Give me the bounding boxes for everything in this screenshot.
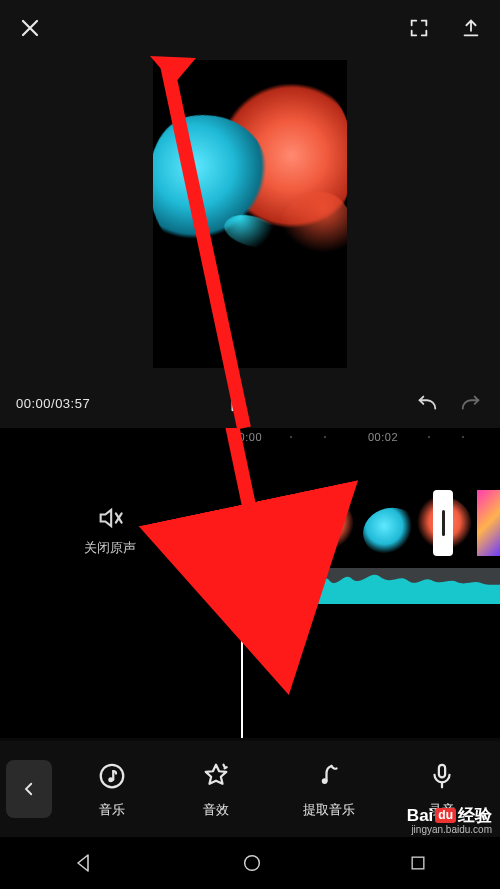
svg-point-4 bbox=[101, 765, 124, 788]
time-display: 00:00/03:57 bbox=[16, 396, 90, 411]
action-record[interactable]: 录音 bbox=[425, 759, 459, 819]
ruler-tick: 00:02 bbox=[368, 431, 398, 443]
ruler-tick: 00:00 bbox=[232, 431, 262, 443]
ruler-dot bbox=[290, 436, 292, 438]
svg-point-6 bbox=[322, 778, 328, 784]
video-canvas[interactable] bbox=[153, 60, 347, 368]
audio-track[interactable]: Lost&Found bbox=[241, 568, 500, 604]
ruler-dot bbox=[462, 436, 464, 438]
transport-bar: 00:00/03:57 bbox=[0, 378, 500, 428]
action-sound-effect[interactable]: 音效 bbox=[199, 759, 233, 819]
system-nav-bar bbox=[0, 837, 500, 889]
undo-icon[interactable] bbox=[414, 392, 440, 414]
music-icon bbox=[95, 759, 129, 793]
bottom-action-bar: 音乐 音效 提取音乐 录 bbox=[0, 741, 500, 837]
sound-effect-icon bbox=[199, 759, 233, 793]
close-icon[interactable] bbox=[18, 16, 42, 40]
ruler-dot bbox=[428, 436, 430, 438]
nav-home-icon[interactable] bbox=[241, 852, 263, 874]
mute-original-audio[interactable]: 关闭原声 bbox=[50, 504, 170, 557]
svg-rect-9 bbox=[412, 857, 424, 869]
top-bar bbox=[0, 0, 500, 56]
video-track[interactable] bbox=[241, 490, 500, 556]
action-extract-music[interactable]: 提取音乐 bbox=[303, 759, 355, 819]
back-button[interactable] bbox=[6, 760, 52, 818]
action-label: 录音 bbox=[429, 801, 455, 819]
nav-back-icon[interactable] bbox=[72, 851, 96, 875]
fullscreen-icon[interactable] bbox=[408, 17, 430, 39]
export-icon[interactable] bbox=[460, 17, 482, 39]
svg-rect-7 bbox=[439, 765, 445, 778]
svg-point-8 bbox=[245, 856, 260, 871]
video-clip[interactable] bbox=[241, 490, 359, 556]
action-music[interactable]: 音乐 bbox=[95, 759, 129, 819]
audio-clip-label: Lost&Found bbox=[247, 589, 306, 601]
microphone-icon bbox=[425, 759, 459, 793]
time-ruler[interactable]: 00:00 00:02 bbox=[0, 428, 500, 450]
action-label: 音乐 bbox=[99, 801, 125, 819]
video-clip[interactable] bbox=[359, 490, 477, 556]
mute-icon bbox=[96, 504, 124, 532]
redo-icon[interactable] bbox=[458, 392, 484, 414]
timeline-panel[interactable]: 00:00 00:02 关闭原声 bbox=[0, 428, 500, 738]
nav-recent-icon[interactable] bbox=[408, 853, 428, 873]
trim-handle[interactable] bbox=[433, 490, 453, 556]
mute-label: 关闭原声 bbox=[84, 540, 136, 557]
ruler-dot bbox=[324, 436, 326, 438]
extract-music-icon bbox=[312, 759, 346, 793]
action-label: 音效 bbox=[203, 801, 229, 819]
tracks-area[interactable]: 关闭原声 Lost&Found bbox=[0, 450, 500, 710]
video-clip[interactable] bbox=[477, 490, 500, 556]
play-icon[interactable] bbox=[226, 392, 248, 414]
svg-point-5 bbox=[108, 777, 113, 782]
action-label: 提取音乐 bbox=[303, 801, 355, 819]
preview-area bbox=[0, 56, 500, 378]
